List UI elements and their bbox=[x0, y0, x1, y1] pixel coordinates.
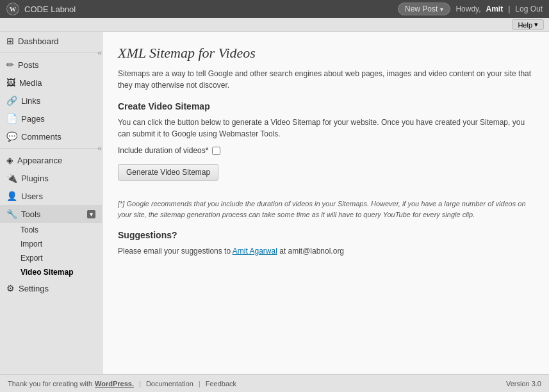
footer: Thank you for creating with WordPress. |… bbox=[0, 374, 549, 392]
suggestions-email: at amit@labnol.org bbox=[277, 247, 344, 256]
include-duration-checkbox[interactable] bbox=[212, 147, 220, 155]
users-icon: 👤 bbox=[6, 191, 17, 201]
collapse-arrow-1[interactable]: « bbox=[97, 48, 102, 58]
help-label: Help bbox=[518, 21, 532, 29]
sidebar-label-posts: Posts bbox=[18, 60, 39, 70]
footer-documentation-link[interactable]: Documentation bbox=[146, 380, 193, 388]
footer-wordpress-link[interactable]: WordPress. bbox=[95, 380, 134, 388]
username: Amit bbox=[486, 4, 504, 13]
sidebar-divider-2: « bbox=[0, 148, 102, 149]
generate-video-sitemap-button[interactable]: Generate Video Sitemap bbox=[118, 164, 218, 181]
tools-icon: 🔧 bbox=[6, 209, 17, 219]
sidebar-label-users: Users bbox=[21, 192, 43, 201]
media-icon: 🖼 bbox=[6, 78, 15, 88]
new-post-arrow: ▾ bbox=[440, 6, 443, 13]
new-post-label: New Post bbox=[405, 4, 438, 13]
sidebar-sub-export[interactable]: Export bbox=[14, 251, 102, 265]
sidebar-sub-import[interactable]: Import bbox=[14, 237, 102, 251]
sidebar-sub-tools[interactable]: Tools bbox=[14, 223, 102, 237]
links-icon: 🔗 bbox=[6, 95, 17, 106]
suggestions-title: Suggestions? bbox=[118, 230, 534, 240]
sidebar-label-pages: Pages bbox=[21, 114, 45, 124]
comments-icon: 💬 bbox=[6, 131, 17, 142]
sidebar-item-media[interactable]: 🖼 Media bbox=[0, 74, 102, 92]
sidebar-item-comments[interactable]: 💬 Comments bbox=[0, 127, 102, 145]
sidebar-sub-video-sitemap[interactable]: Video Sitemap bbox=[14, 265, 102, 279]
sidebar-item-settings[interactable]: ⚙ Settings bbox=[0, 279, 102, 297]
help-button[interactable]: Help ▾ bbox=[512, 19, 544, 30]
sidebar-item-posts[interactable]: ✏ Posts bbox=[0, 56, 102, 74]
sidebar-label-media: Media bbox=[19, 78, 42, 88]
sidebar-item-plugins[interactable]: 🔌 Plugins bbox=[0, 169, 102, 187]
sidebar-item-dashboard[interactable]: ⊞ Dashboard bbox=[0, 32, 102, 50]
sidebar-item-links[interactable]: 🔗 Links bbox=[0, 92, 102, 110]
site-name: CODE Labnol bbox=[24, 4, 76, 14]
plugins-icon: 🔌 bbox=[6, 173, 17, 183]
footnote-text: [*] Google recommends that you include t… bbox=[118, 199, 534, 220]
help-arrow-icon: ▾ bbox=[534, 20, 538, 29]
sidebar-label-settings: Settings bbox=[19, 284, 49, 293]
intro-text: Sitemaps are a way to tell Google and ot… bbox=[118, 68, 534, 91]
create-body-text: You can click the button below to genera… bbox=[118, 117, 534, 140]
footer-divider-1: | bbox=[139, 380, 141, 388]
generate-btn-container: Generate Video Sitemap bbox=[118, 164, 534, 190]
include-duration-row: Include duration of videos* bbox=[118, 146, 534, 155]
page-title: XML Sitemap for Videos bbox=[118, 45, 534, 61]
sidebar-item-appearance[interactable]: ◈ Appearance bbox=[0, 151, 102, 169]
tools-left: 🔧 Tools bbox=[6, 209, 40, 219]
collapse-arrow-2[interactable]: « bbox=[97, 143, 102, 154]
tools-submenu: Tools Import Export Video Sitemap bbox=[0, 223, 102, 279]
appearance-icon: ◈ bbox=[6, 155, 13, 165]
sidebar: ⊞ Dashboard « ✏ Posts 🖼 Media 🔗 Links 📄 … bbox=[0, 32, 102, 374]
suggestions-text: Please email your suggestions to Amit Ag… bbox=[118, 245, 534, 257]
svg-text:W: W bbox=[10, 6, 16, 13]
settings-icon: ⚙ bbox=[6, 283, 15, 293]
sidebar-label-links: Links bbox=[21, 96, 40, 106]
sidebar-item-tools[interactable]: 🔧 Tools ▾ bbox=[0, 205, 102, 223]
tools-item-inner: 🔧 Tools ▾ bbox=[6, 209, 95, 219]
suggestions-prefix: Please email your suggestions to bbox=[118, 247, 233, 256]
wordpress-logo: W bbox=[6, 3, 19, 15]
sidebar-item-pages[interactable]: 📄 Pages bbox=[0, 110, 102, 127]
sidebar-label-tools: Tools bbox=[21, 209, 40, 219]
new-post-button[interactable]: New Post ▾ bbox=[398, 3, 450, 15]
suggestions-link[interactable]: Amit Agarwal bbox=[233, 247, 277, 256]
footer-feedback-link[interactable]: Feedback bbox=[206, 380, 236, 388]
sidebar-label-appearance: Appearance bbox=[17, 156, 62, 165]
posts-icon: ✏ bbox=[6, 60, 14, 70]
footer-wordpress-label: WordPress. bbox=[95, 380, 134, 388]
admin-bar-left: W CODE Labnol bbox=[6, 3, 76, 15]
logout-link[interactable]: Log Out bbox=[515, 4, 543, 13]
footer-divider-2: | bbox=[199, 380, 201, 388]
sidebar-item-users[interactable]: 👤 Users bbox=[0, 187, 102, 205]
include-duration-label: Include duration of videos* bbox=[118, 146, 208, 155]
tools-arrow-icon: ▾ bbox=[87, 210, 95, 218]
content-area: XML Sitemap for Videos Sitemaps are a wa… bbox=[102, 32, 549, 374]
main-layout: ⊞ Dashboard « ✏ Posts 🖼 Media 🔗 Links 📄 … bbox=[0, 32, 549, 374]
sidebar-label-comments: Comments bbox=[21, 132, 61, 142]
sidebar-label-plugins: Plugins bbox=[21, 174, 49, 183]
howdy-text: Howdy, bbox=[455, 4, 480, 13]
help-bar: Help ▾ bbox=[0, 18, 549, 32]
pages-icon: 📄 bbox=[6, 113, 17, 124]
separator: | bbox=[508, 4, 510, 13]
footer-version: Version 3.0 bbox=[506, 380, 541, 388]
footer-thank-you: Thank you for creating with bbox=[8, 380, 92, 388]
sidebar-divider-1: « bbox=[0, 53, 102, 53]
sidebar-label-dashboard: Dashboard bbox=[18, 37, 59, 46]
dashboard-icon: ⊞ bbox=[6, 36, 14, 46]
footer-left: Thank you for creating with WordPress. |… bbox=[8, 380, 236, 388]
create-section-title: Create Video Sitemap bbox=[118, 101, 534, 111]
admin-bar: W CODE Labnol New Post ▾ Howdy, Amit | L… bbox=[0, 0, 549, 18]
admin-bar-right: New Post ▾ Howdy, Amit | Log Out bbox=[398, 3, 543, 15]
